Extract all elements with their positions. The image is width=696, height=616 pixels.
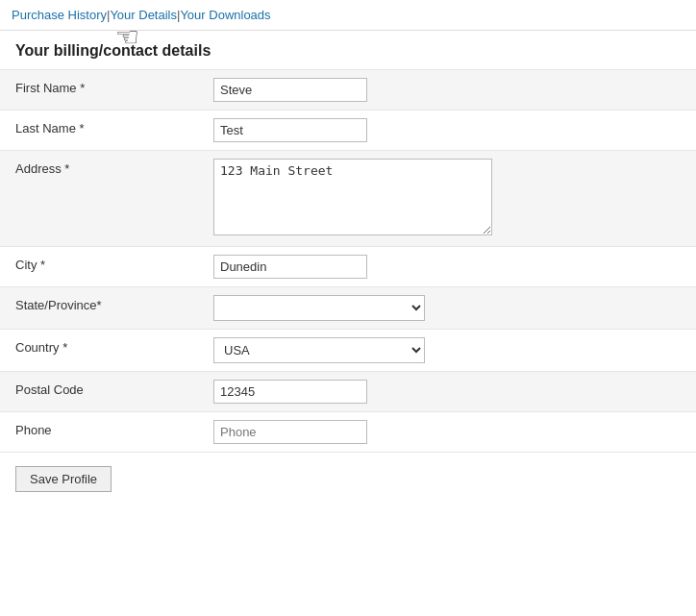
save-section: Save Profile xyxy=(0,452,696,505)
top-nav: Purchase History|Your Details|Your Downl… xyxy=(0,0,696,31)
label-address: Address * xyxy=(0,151,202,187)
form-row-lastname: Last Name * xyxy=(0,110,696,150)
select-country[interactable]: USA UK Canada Australia New Zealand xyxy=(213,337,425,363)
input-lastname[interactable] xyxy=(213,118,367,142)
label-state: State/Province* xyxy=(0,287,202,324)
label-country: Country * xyxy=(0,330,202,366)
input-city[interactable] xyxy=(213,255,367,279)
field-city xyxy=(202,247,696,286)
label-city: City * xyxy=(0,247,202,283)
form-row-phone: Phone xyxy=(0,411,696,452)
label-lastname: Last Name * xyxy=(0,111,202,147)
input-firstname[interactable] xyxy=(213,78,367,102)
field-address: 123 Main Street xyxy=(202,151,696,246)
input-postal[interactable] xyxy=(213,380,367,404)
label-phone: Phone xyxy=(0,412,202,449)
nav-your-details[interactable]: Your Details xyxy=(110,8,177,22)
page-title: Your billing/contact details xyxy=(0,31,226,69)
input-address[interactable]: 123 Main Street xyxy=(213,159,492,235)
field-lastname xyxy=(202,111,696,150)
field-phone xyxy=(202,412,696,452)
page-title-container: Your billing/contact details ☞ xyxy=(0,31,226,69)
form-container: First Name * Last Name * Address * 123 M… xyxy=(0,69,696,452)
field-country: USA UK Canada Australia New Zealand xyxy=(202,330,696,371)
form-row-postal: Postal Code xyxy=(0,371,696,411)
label-firstname: First Name * xyxy=(0,70,202,107)
field-state: Alabama Alaska Arizona California Florid… xyxy=(202,287,696,329)
field-firstname xyxy=(202,70,696,110)
form-row-address: Address * 123 Main Street xyxy=(0,150,696,246)
nav-your-downloads[interactable]: Your Downloads xyxy=(180,8,270,22)
select-state[interactable]: Alabama Alaska Arizona California Florid… xyxy=(213,295,425,321)
form-row-firstname: First Name * xyxy=(0,69,696,110)
input-phone[interactable] xyxy=(213,420,367,444)
save-profile-button[interactable]: Save Profile xyxy=(15,466,112,492)
label-postal: Postal Code xyxy=(0,372,202,408)
form-row-city: City * xyxy=(0,246,696,286)
field-postal xyxy=(202,372,696,411)
form-row-country: Country * USA UK Canada Australia New Ze… xyxy=(0,329,696,371)
form-row-state: State/Province* Alabama Alaska Arizona C… xyxy=(0,286,696,329)
nav-purchase-history[interactable]: Purchase History xyxy=(12,8,107,22)
